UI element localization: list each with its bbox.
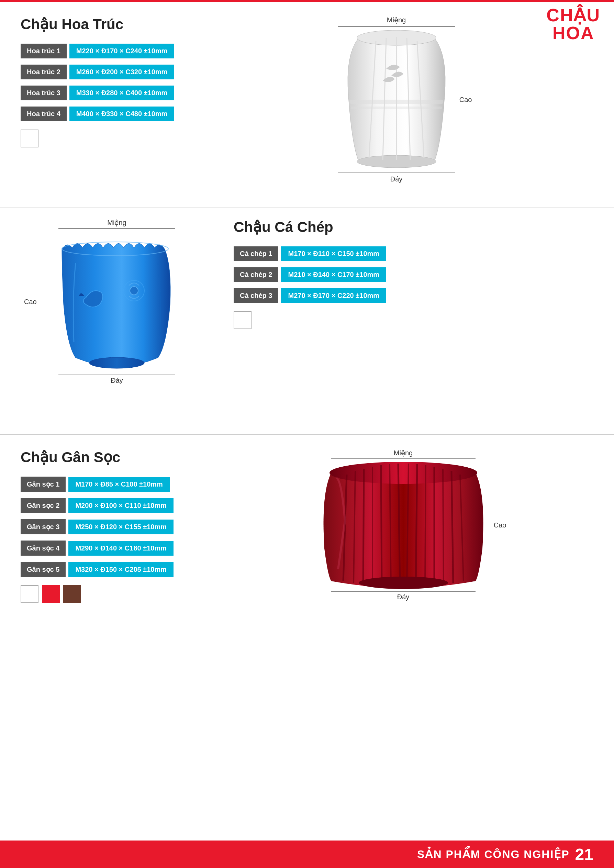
spec-row-s1-2: Hoa trúc 3 M330 × Đ280 × C400 ±10mm xyxy=(21,85,199,100)
section1-title: Chậu Hoa Trúc xyxy=(21,16,199,33)
spec-label-s2-2: Cá chép 3 xyxy=(234,288,278,303)
svg-rect-8 xyxy=(351,107,442,109)
truc-vase-svg xyxy=(338,28,455,172)
section3-title: Chậu Gân Sọc xyxy=(21,449,213,466)
spec-label-s1-2: Hoa trúc 3 xyxy=(21,85,67,100)
section1-colors xyxy=(21,130,199,147)
spec-label-s1-3: Hoa trúc 4 xyxy=(21,107,67,121)
section-ca-chep: Miệng Cao xyxy=(0,208,614,435)
section-gan-soc: Chậu Gân Sọc Gân sọc 1 M170 × Đ85 × C100… xyxy=(0,435,614,703)
section1-dim-wrapper: Miệng xyxy=(338,16,455,183)
svg-point-28 xyxy=(359,577,448,589)
spec-value-s1-2: M330 × Đ280 × C400 ±10mm xyxy=(70,85,175,100)
section2-image: Miệng Cao xyxy=(21,219,213,424)
dim-cao-3-right: Cao xyxy=(494,521,507,529)
dim-cao-1: Cao xyxy=(459,96,472,104)
spec-row-s1-1: Hoa trúc 2 M260 × Đ200 × C320 ±10mm xyxy=(21,65,199,79)
section3-colors xyxy=(21,585,213,603)
spec-value-s1-0: M220 × Đ170 × C240 ±10mm xyxy=(70,43,175,59)
dim-line-bottom-2 xyxy=(58,375,175,375)
spec-label-s2-1: Cá chép 2 xyxy=(234,267,278,282)
svg-line-18 xyxy=(381,465,382,586)
spec-value-s3-4: M320 × Đ150 × C205 ±10mm xyxy=(68,562,174,577)
spec-rows-2: Cá chép 1 M170 × Đ110 × C150 ±10mm Cá ch… xyxy=(234,246,593,303)
spec-row-s2-0: Cá chép 1 M170 × Đ110 × C150 ±10mm xyxy=(234,246,593,261)
spec-row-s3-1: Gân sọc 2 M200 × Đ100 × C110 ±10mm xyxy=(21,498,213,513)
footer: SẢN PHẨM CÔNG NGHIỆP 21 xyxy=(0,840,614,868)
fish-bowl-svg xyxy=(41,229,192,373)
dim-cao-2-left: Cao xyxy=(24,298,37,306)
spec-row-s2-1: Cá chép 2 M210 × Đ140 × C170 ±10mm xyxy=(234,267,593,282)
spec-row-s1-3: Hoa trúc 4 M400 × Đ330 × C480 ±10mm xyxy=(21,107,199,121)
spec-label-s1-1: Hoa trúc 2 xyxy=(21,65,67,79)
dim-day-2: Đáy xyxy=(111,377,123,384)
color-swatch-brown-3 xyxy=(63,585,81,603)
spec-value-s3-2: M250 × Đ120 × C155 ±10mm xyxy=(68,519,174,534)
spec-label-s3-4: Gân sọc 5 xyxy=(21,562,66,577)
spec-row-s3-3: Gân sọc 4 M290 × Đ140 × C180 ±10mm xyxy=(21,541,213,556)
color-swatch-white xyxy=(21,130,39,147)
spec-label-s3-2: Gân sọc 3 xyxy=(21,519,66,534)
spec-value-s1-3: M400 × Đ330 × C480 ±10mm xyxy=(70,107,175,121)
svg-line-23 xyxy=(425,465,426,586)
spec-value-s3-0: M170 × Đ85 × C100 ±10mm xyxy=(68,477,169,492)
spec-rows-1: Hoa trúc 1 M220 × Đ170 × C240 ±10mm Hoa … xyxy=(21,43,199,121)
color-swatch-white-2 xyxy=(234,312,251,329)
spec-label-s3-1: Gân sọc 2 xyxy=(21,498,66,513)
svg-line-16 xyxy=(363,469,364,584)
svg-line-25 xyxy=(443,469,443,584)
section-hoa-truc: Chậu Hoa Trúc Hoa trúc 1 M220 × Đ170 × C… xyxy=(0,2,614,208)
dim-mieng-3: Miệng xyxy=(394,449,412,457)
spec-label-s2-0: Cá chép 1 xyxy=(234,246,278,261)
section2-title: Chậu Cá Chép xyxy=(234,219,593,236)
footer-text: SẢN PHẨM CÔNG NGHIỆP xyxy=(417,848,570,861)
section3-image: Miệng Cao xyxy=(213,449,593,676)
spec-value-s2-0: M170 × Đ110 × C150 ±10mm xyxy=(281,246,386,261)
dim-mieng-2: Miệng xyxy=(107,219,126,227)
spec-value-s3-3: M290 × Đ140 × C180 ±10mm xyxy=(68,541,174,556)
footer-number: 21 xyxy=(575,845,593,864)
section3-bowl-wrap: Cao xyxy=(318,459,489,591)
spec-value-s1-1: M260 × Đ200 × C320 ±10mm xyxy=(70,65,175,79)
spec-value-s3-1: M200 × Đ100 × C110 ±10mm xyxy=(68,498,174,513)
spec-label-s1-0: Hoa trúc 1 xyxy=(21,43,67,59)
color-swatch-red-3 xyxy=(42,585,60,603)
spec-row-s3-4: Gân sọc 5 M320 × Đ150 × C205 ±10mm xyxy=(21,562,213,577)
dim-line-bottom-3 xyxy=(331,591,476,592)
section2-specs: Chậu Cá Chép Cá chép 1 M170 × Đ110 × C15… xyxy=(213,219,593,424)
section1-image: Miệng xyxy=(199,16,593,194)
section2-bowl-wrap: Cao xyxy=(41,229,192,375)
spec-label-s3-0: Gân sọc 1 xyxy=(21,477,66,492)
spec-label-s3-3: Gân sọc 4 xyxy=(21,541,66,556)
dim-day-3: Đáy xyxy=(397,593,409,601)
svg-point-11 xyxy=(130,287,138,295)
svg-point-9 xyxy=(89,357,144,368)
spec-row-s3-0: Gân sọc 1 M170 × Đ85 × C100 ±10mm xyxy=(21,477,213,492)
dim-line-top-1 xyxy=(338,26,455,27)
spec-row-s1-0: Hoa trúc 1 M220 × Đ170 × C240 ±10mm xyxy=(21,43,199,59)
dim-day-1: Đáy xyxy=(390,175,403,183)
spec-value-s2-2: M270 × Đ170 × C220 ±10mm xyxy=(281,288,386,303)
svg-point-13 xyxy=(330,462,477,484)
red-bowl-svg xyxy=(318,459,489,590)
section2-colors xyxy=(234,312,593,329)
dim-mieng-1: Miệng xyxy=(387,16,406,24)
spec-rows-3: Gân sọc 1 M170 × Đ85 × C100 ±10mm Gân sọ… xyxy=(21,477,213,577)
dim-line-bottom-1 xyxy=(338,172,455,173)
section1-specs: Chậu Hoa Trúc Hoa trúc 1 M220 × Đ170 × C… xyxy=(21,16,199,194)
spec-value-s2-1: M210 × Đ140 × C170 ±10mm xyxy=(281,267,386,282)
spec-row-s2-2: Cá chép 3 M270 × Đ170 × C220 ±10mm xyxy=(234,288,593,303)
spec-row-s3-2: Gân sọc 3 M250 × Đ120 × C155 ±10mm xyxy=(21,519,213,534)
svg-rect-7 xyxy=(350,100,443,104)
color-swatch-white-3 xyxy=(21,585,39,603)
section3-specs: Chậu Gân Sọc Gân sọc 1 M170 × Đ85 × C100… xyxy=(21,449,213,676)
